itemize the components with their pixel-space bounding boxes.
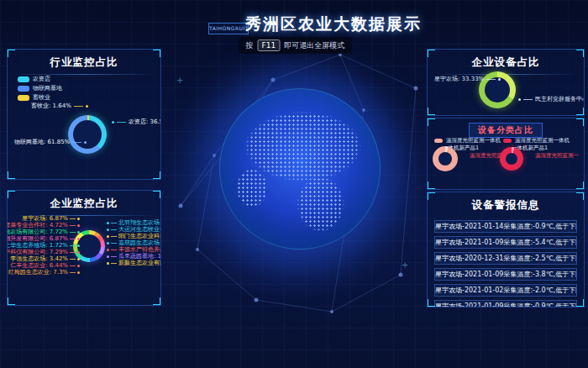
panel-device-alerts: 设备警报信息 星宇农场-2021-01-14采集温度:-0.9℃,低于下限:0℃… xyxy=(427,192,585,308)
chart-callout: 星宇农场: 33.33% xyxy=(434,75,501,83)
chart-callout: 红梅园生态农业: 7.3% xyxy=(8,268,80,276)
panel-title: 设备分类占比 xyxy=(469,123,543,138)
callout-dot xyxy=(107,249,109,251)
legend-item[interactable]: 温湿度光照监测一体机 xyxy=(503,137,570,145)
industry-donut-chart xyxy=(68,115,107,154)
callout-line xyxy=(74,106,83,107)
callout-label: 新颜生态农业有限公司: 6.879 xyxy=(118,259,161,267)
decor-plus: + xyxy=(402,260,408,270)
brand-logo: TAIHONGRUIT xyxy=(208,23,249,34)
callout-line xyxy=(70,225,76,226)
legend-swatch xyxy=(434,139,443,143)
callout-line xyxy=(111,256,117,257)
panel-enterprise-devices: 企业设备占比 星宇农场: 33.33% 民主村党群服务中心: xyxy=(427,49,585,116)
callout-line xyxy=(70,239,76,239)
callout-line xyxy=(70,245,76,246)
category-donut-left xyxy=(433,146,458,171)
callout-line xyxy=(111,263,117,264)
alert-list-item[interactable]: 星宇农场-2020-12-31采集温度:-2.5℃,低于下限:0℃ xyxy=(434,252,577,265)
callout-dot xyxy=(77,218,80,220)
callout-label: 畜牧业: 1.64% xyxy=(31,102,71,110)
panel-title: 设备警报信息 xyxy=(428,192,584,217)
callout-line xyxy=(117,122,126,123)
chart-callout: 温湿度光照监测一 xyxy=(535,152,579,160)
callout-label: 红梅园生态农业: 7.3% xyxy=(8,268,68,276)
callout-dot xyxy=(107,229,109,231)
callout-line xyxy=(72,142,81,143)
legend-swatch xyxy=(18,95,29,101)
callout-dot xyxy=(107,242,109,244)
alert-list-item[interactable]: 星宇农场-2021-01-14采集温度:-0.9℃,低于下限:0℃ xyxy=(434,220,577,233)
callout-dot xyxy=(107,255,109,258)
page-title: 秀洲区农业大数据展示 xyxy=(245,13,422,35)
legend-swatch xyxy=(503,139,512,143)
panel-industry-monitoring: 行业监控占比 农资店 物联网基地 畜牧业 畜牧业: 1.64% 农资店: 36.… xyxy=(7,49,161,180)
callout-dot xyxy=(498,78,501,81)
callout-line xyxy=(111,243,117,244)
callout-dot xyxy=(77,224,80,227)
callout-dot xyxy=(84,141,87,144)
callout-dot xyxy=(77,271,80,274)
callout-dot xyxy=(77,258,80,260)
panel-title: 行业监控占比 xyxy=(8,50,160,74)
f11-key-badge: F11 xyxy=(258,39,281,51)
callout-dot xyxy=(77,265,80,267)
legend-label: 温湿度光照监测一体机 xyxy=(446,137,501,145)
callout-dot xyxy=(107,235,109,238)
chart-callout: 新颜生态农业有限公司: 6.879 xyxy=(107,259,161,267)
callout-line xyxy=(70,259,76,260)
hint-suffix: 即可退出全屏模式 xyxy=(284,40,344,51)
callout-line xyxy=(486,79,496,80)
legend-item[interactable]: 农资店 xyxy=(18,75,50,83)
callout-dot xyxy=(77,238,80,240)
legend-label: 温湿度光照监测一体机 xyxy=(515,137,570,145)
legend-label: 农资店 xyxy=(33,75,50,83)
legend-swatch xyxy=(18,76,29,82)
alert-list-item[interactable]: 星宇农场-2021-01-02采集温度:-2.0℃,低于下限:0℃ xyxy=(434,284,577,297)
callout-label: 星宇农场: 33.33% xyxy=(434,75,484,83)
panel-enterprise-monitoring: 企业监控占比 星宇农场: 6.87% 秀洲雪菜专业合作社: 4.72% 家强农场… xyxy=(7,190,161,306)
legend-swatch xyxy=(18,86,29,92)
callout-label: 民主村党群服务中心: xyxy=(535,95,585,103)
decor-plus: + xyxy=(176,76,183,85)
callout-line xyxy=(111,250,117,250)
globe-continent-dots xyxy=(220,89,380,249)
callout-line xyxy=(70,265,76,266)
callout-dot xyxy=(86,105,88,108)
callout-label: 农资店: 36.51% xyxy=(129,118,161,126)
callout-dot xyxy=(518,98,521,101)
hint-prefix: 按 xyxy=(246,40,254,51)
legend-label: 物联网基地 xyxy=(33,84,62,92)
alert-list-item[interactable]: 星宇农场-2021-01-09采集温度:-3.8℃,低于下限:0℃ xyxy=(434,268,577,281)
chart-callout: 物联网基地: 61.85% xyxy=(14,138,87,146)
callout-label: 物联网基地: 61.85% xyxy=(14,138,70,146)
callout-line xyxy=(70,272,76,273)
globe xyxy=(219,88,381,250)
fullscreen-hint-toast: 按 F11 即可退出全屏模式 xyxy=(239,37,352,54)
callout-line xyxy=(111,236,117,237)
alert-list-item[interactable]: 星宇农场-2021-01-09采集温度:-0.9℃,低于下限:0℃ xyxy=(434,300,577,308)
legend-item[interactable]: 畜牧业 xyxy=(18,93,50,102)
callout-line xyxy=(70,252,76,253)
callout-dot xyxy=(77,244,80,247)
chart-callout: 畜牧业: 1.64% xyxy=(31,102,88,110)
legend-item[interactable]: 物联网基地 xyxy=(18,84,62,92)
category-donut-right xyxy=(500,147,523,171)
panel-device-category: 设备分类占比 温湿度光照监测一体机 一体机新产品1 温湿度光照监测一 温湿度光照… xyxy=(427,118,585,190)
legend-item[interactable]: 温湿度光照监测一体机 xyxy=(434,137,501,145)
callout-dot xyxy=(107,262,109,265)
chart-callout: 民主村党群服务中心: xyxy=(518,95,585,103)
callout-dot xyxy=(107,222,109,224)
callout-line xyxy=(523,99,533,100)
callout-line xyxy=(111,223,117,223)
callout-dot xyxy=(77,251,80,254)
panel-title: 企业设备占比 xyxy=(428,50,584,74)
callout-line xyxy=(70,232,76,233)
panel-title: 企业监控占比 xyxy=(8,191,160,215)
callout-dot xyxy=(112,121,114,124)
chart-callout: 农资店: 36.51% xyxy=(112,118,161,126)
callout-line xyxy=(111,229,117,230)
alert-list-item[interactable]: 星宇农场-2021-01-09采集温度:-5.4℃,低于下限:0℃ xyxy=(434,236,577,249)
callout-line xyxy=(70,218,76,219)
callout-dot xyxy=(77,231,80,234)
